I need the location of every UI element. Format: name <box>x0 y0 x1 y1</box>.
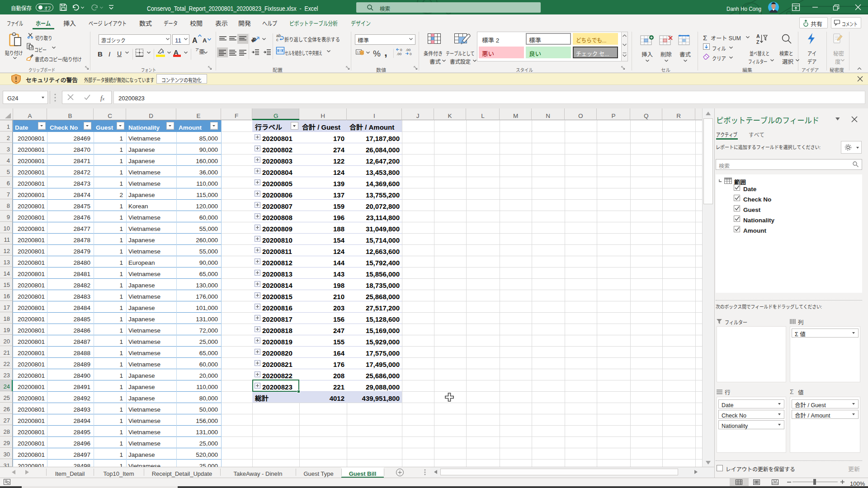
svg-text:.00: .00 <box>396 51 402 56</box>
svg-text:c: c <box>276 36 278 42</box>
svg-text:0: 0 <box>410 51 412 56</box>
svg-text:Z: Z <box>756 38 760 45</box>
